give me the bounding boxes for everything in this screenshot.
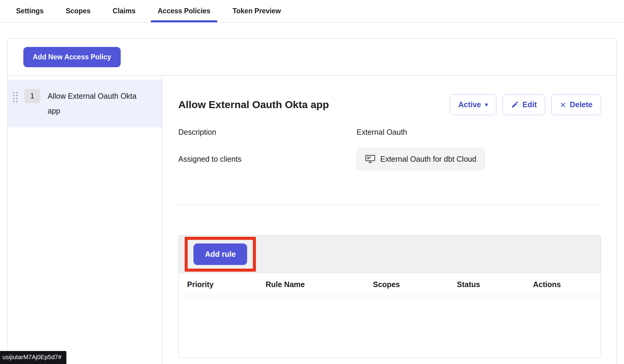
link-preview-tooltip: usijiutarM7Aj0Ep5d7# bbox=[0, 351, 66, 364]
panel-body: 1 Allow External Oauth Okta app Allow Ex… bbox=[8, 76, 616, 364]
computer-icon bbox=[365, 155, 375, 163]
rules-section: Add rule Priority Rule Name Scopes Statu… bbox=[178, 235, 601, 358]
column-rule-name: Rule Name bbox=[266, 280, 373, 289]
column-scopes: Scopes bbox=[373, 280, 457, 289]
client-chip[interactable]: External Oauth for dbt Cloud bbox=[357, 148, 485, 170]
close-icon: × bbox=[560, 100, 566, 110]
policy-action-buttons: Active ▾ Edit × De bbox=[450, 94, 601, 115]
policy-title: Allow External Oauth Okta app bbox=[178, 99, 329, 111]
tab-token-preview[interactable]: Token Preview bbox=[226, 0, 288, 22]
tab-bar: Settings Scopes Claims Access Policies T… bbox=[0, 0, 624, 22]
rules-toolbar: Add rule bbox=[179, 236, 601, 273]
add-new-access-policy-button[interactable]: Add New Access Policy bbox=[23, 47, 121, 67]
policy-detail-header: Allow External Oauth Okta app Active ▾ bbox=[178, 94, 601, 115]
edit-label: Edit bbox=[522, 100, 537, 109]
status-label: Active bbox=[458, 100, 481, 109]
tab-scopes[interactable]: Scopes bbox=[59, 0, 98, 22]
column-priority: Priority bbox=[187, 280, 266, 289]
assigned-to-clients-label: Assigned to clients bbox=[178, 155, 357, 164]
drag-handle-icon[interactable] bbox=[13, 92, 18, 102]
tab-access-policies[interactable]: Access Policies bbox=[151, 0, 217, 22]
policy-list: 1 Allow External Oauth Okta app bbox=[8, 76, 162, 364]
client-chip-label: External Oauth for dbt Cloud bbox=[380, 155, 476, 164]
annotation-highlight-box: Add rule bbox=[185, 237, 256, 272]
panel-header: Add New Access Policy bbox=[8, 39, 616, 76]
delete-label: Delete bbox=[570, 100, 592, 109]
policy-priority-badge: 1 bbox=[24, 89, 40, 103]
description-value: External Oauth bbox=[357, 128, 601, 137]
section-divider bbox=[178, 205, 601, 205]
description-label: Description bbox=[178, 128, 357, 137]
status-dropdown-button[interactable]: Active ▾ bbox=[450, 94, 496, 115]
edit-button[interactable]: Edit bbox=[503, 94, 545, 115]
policy-name: Allow External Oauth Okta app bbox=[48, 89, 139, 118]
tab-claims[interactable]: Claims bbox=[106, 0, 143, 22]
tab-settings[interactable]: Settings bbox=[9, 0, 51, 22]
column-actions: Actions bbox=[533, 280, 601, 289]
rules-empty-body bbox=[179, 296, 601, 358]
column-status: Status bbox=[457, 280, 533, 289]
add-rule-button[interactable]: Add rule bbox=[193, 243, 247, 265]
policy-info: Description External Oauth Assigned to c… bbox=[178, 128, 601, 170]
policy-list-item[interactable]: 1 Allow External Oauth Okta app bbox=[8, 80, 162, 127]
access-policies-panel: Add New Access Policy 1 Allow External O… bbox=[7, 38, 617, 364]
rules-table-header: Priority Rule Name Scopes Status Actions bbox=[179, 273, 601, 296]
policy-detail: Allow External Oauth Okta app Active ▾ bbox=[162, 76, 616, 364]
delete-button[interactable]: × Delete bbox=[552, 94, 601, 115]
chevron-down-icon: ▾ bbox=[485, 102, 488, 108]
pencil-icon bbox=[511, 101, 518, 108]
